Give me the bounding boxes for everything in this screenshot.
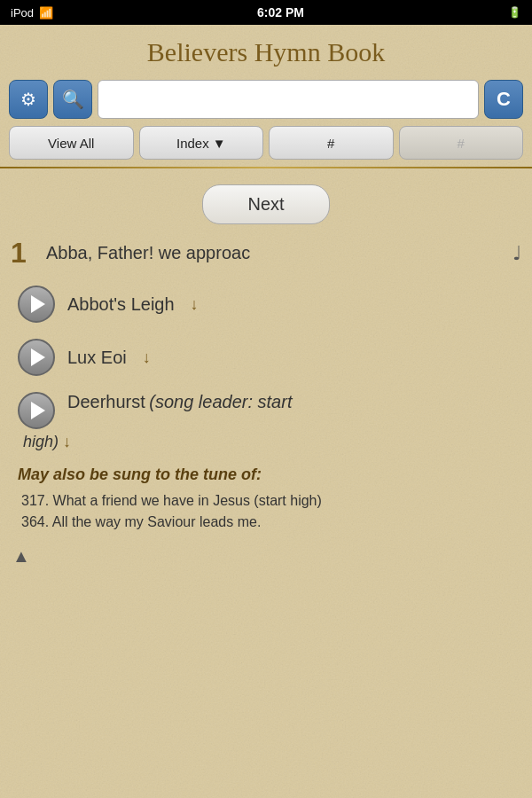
tune-row-abbots-leigh: Abbot's Leigh ↓ (11, 286, 521, 323)
view-all-button[interactable]: View All (9, 126, 134, 160)
app-header: Believers Hymn Book (0, 25, 532, 76)
play-icon (31, 295, 45, 313)
status-left: iPod 📶 (11, 6, 53, 20)
next-btn-wrap: Next (0, 176, 532, 237)
toolbar: ⚙ 🔍 C (0, 76, 532, 126)
device-label: iPod (11, 6, 34, 20)
deerhurst-suffix: high) ↓ (11, 433, 521, 451)
hymn-title-row: 1 Abba, Father! we approac ♩ (11, 237, 521, 270)
tune-row-lux-eoi: Lux Eoi ↓ (11, 339, 521, 376)
mic-button[interactable]: 🔍 (53, 80, 92, 119)
hymn-number: 1 (11, 237, 37, 270)
gear-icon: ⚙ (20, 89, 36, 110)
divider (0, 167, 532, 168)
next-button[interactable]: Next (202, 184, 329, 224)
hash-filled-button[interactable]: # (399, 126, 524, 160)
mic-icon: 🔍 (62, 89, 84, 110)
tune-name-abbots-leigh: Abbot's Leigh (67, 294, 175, 315)
bottom-nav: ▲ (0, 539, 532, 574)
clear-icon: C (497, 88, 511, 111)
tune-row-deerhurst: Deerhurst (song leader: start (11, 392, 521, 429)
play-icon-3 (31, 402, 45, 419)
index-button[interactable]: Index ▼ (139, 126, 264, 160)
hash-button[interactable]: # (269, 126, 394, 160)
deerhurst-text: Deerhurst (song leader: start (67, 392, 292, 412)
deerhurst-name: Deerhurst (67, 392, 145, 411)
battery-icon: 🔋 (508, 6, 521, 19)
tune-name-lux-eoi: Lux Eoi (67, 348, 127, 368)
deerhurst-note: (song leader: start (149, 392, 292, 411)
gear-button[interactable]: ⚙ (9, 80, 48, 119)
tune-note-abbots-leigh: ↓ (191, 295, 199, 314)
wifi-icon: 📶 (39, 6, 53, 20)
clear-button[interactable]: C (484, 80, 523, 119)
also-sung-section: May also be sung to the tune of: 317. Wh… (11, 466, 521, 530)
also-sung-title: May also be sung to the tune of: (18, 466, 521, 484)
play-button-abbots-leigh[interactable] (18, 286, 55, 323)
tune-note-lux-eoi: ↓ (143, 348, 151, 367)
status-time: 6:02 PM (257, 5, 304, 20)
hymn-title[interactable]: Abba, Father! we approac (46, 243, 504, 263)
search-input[interactable] (98, 80, 479, 119)
up-arrow-button[interactable]: ▲ (12, 546, 30, 567)
status-bar: iPod 📶 6:02 PM 🔋 (0, 0, 532, 25)
filter-row: View All Index ▼ # # (0, 126, 532, 167)
index-arrow: ▼ (213, 136, 226, 151)
music-note-icon: ♩ (512, 242, 521, 265)
also-sung-item-2[interactable]: 364. All the way my Saviour leads me. (18, 514, 521, 530)
also-sung-item-1[interactable]: 317. What a friend we have in Jesus (sta… (18, 493, 521, 509)
app-title: Believers Hymn Book (0, 37, 532, 67)
deerhurst-arrow: ↓ (63, 433, 71, 450)
content: 1 Abba, Father! we approac ♩ Abbot's Lei… (0, 237, 532, 530)
play-icon-2 (31, 348, 45, 366)
play-button-lux-eoi[interactable] (18, 339, 55, 376)
play-button-deerhurst[interactable] (18, 392, 55, 429)
